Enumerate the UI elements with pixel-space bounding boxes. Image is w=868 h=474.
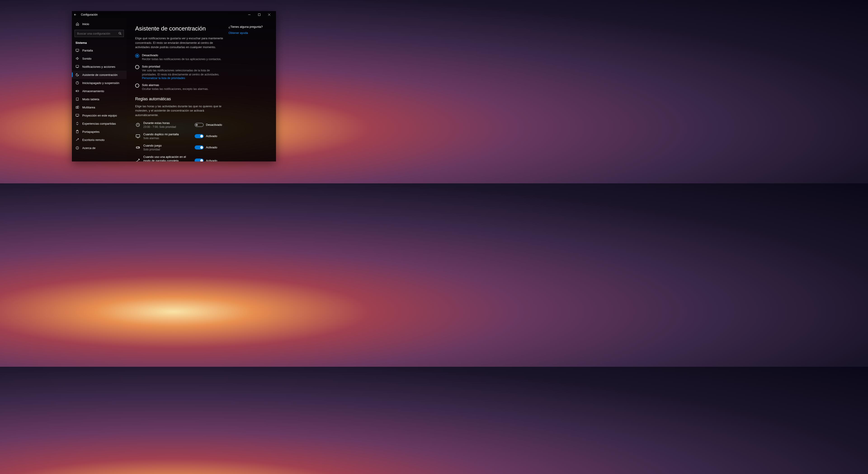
radio-icon — [135, 83, 139, 88]
sidebar-item-label: Portapapeles — [82, 130, 100, 133]
svg-rect-17 — [76, 114, 79, 116]
search-input[interactable] — [74, 30, 124, 37]
titlebar: Configuración — [72, 11, 276, 18]
sidebar-item-pantalla[interactable]: Pantalla — [72, 46, 127, 55]
shared-icon — [75, 122, 79, 125]
sidebar-item-label: Acerca de — [82, 146, 96, 150]
app-title: Configuración — [81, 13, 98, 16]
sidebar-item-multitarea[interactable]: Multitarea — [72, 103, 127, 111]
svg-line-5 — [121, 34, 121, 35]
sidebar-item-acerca[interactable]: Acerca de — [72, 144, 127, 152]
toggle-state: Activado — [206, 146, 217, 149]
main-content: Asistente de concentración Elige qué not… — [135, 25, 224, 157]
sidebar-item-portapapeles[interactable]: Portapapeles — [72, 128, 127, 136]
sidebar-item-label: Escritorio remoto — [82, 138, 104, 142]
search-icon — [119, 32, 122, 35]
aside: ¿Tienes alguna pregunta? Obtener ayuda — [228, 25, 269, 157]
rule-hours[interactable]: Durante estas horas 23:00 - 7:00; Solo p… — [135, 121, 224, 129]
sidebar-home[interactable]: Inicio — [72, 21, 127, 28]
sidebar-item-label: Inicio/apagado y suspensión — [82, 81, 119, 85]
radio-sub: Recibir todas las notificaciones de tus … — [142, 57, 221, 61]
sidebar-category: Sistema — [72, 39, 127, 46]
sidebar-item-sonido[interactable]: Sonido — [72, 55, 127, 63]
rule-label: Cuando duplico mi pantalla — [143, 133, 192, 136]
radio-sub: Ocultar todas las notificaciones, except… — [142, 87, 209, 91]
projection-icon — [75, 113, 79, 117]
toggle-state: Desactivado — [206, 123, 222, 127]
clock-icon — [135, 123, 141, 127]
display-icon — [135, 134, 141, 138]
toggle-state: Activado — [206, 159, 217, 162]
rule-sub: 23:00 - 7:00; Solo prioridad — [143, 125, 192, 129]
multitask-icon — [75, 105, 79, 109]
page-description: Elige qué notificaciones te gustaría ver… — [135, 36, 224, 49]
rule-toggle[interactable] — [195, 123, 204, 127]
sidebar-item-label: Asistente de concentración — [82, 73, 118, 76]
sidebar-item-label: Notificaciones y acciones — [82, 65, 115, 68]
sidebar: Inicio Sistema Pantalla Sonido — [72, 18, 127, 162]
svg-rect-15 — [76, 107, 77, 108]
sidebar-item-escritorio-remoto[interactable]: Escritorio remoto — [72, 136, 127, 144]
clipboard-icon — [75, 130, 79, 133]
sidebar-item-notificaciones[interactable]: Notificaciones y acciones — [72, 63, 127, 71]
rules-heading: Reglas automáticas — [135, 97, 224, 101]
radio-label: Desactivado — [142, 54, 221, 57]
sidebar-home-label: Inicio — [82, 22, 89, 26]
radio-icon — [135, 54, 139, 58]
svg-rect-6 — [76, 49, 79, 51]
sidebar-item-almacenamiento[interactable]: Almacenamiento — [72, 87, 127, 95]
rule-duplicate-display[interactable]: Cuando duplico mi pantalla Solo alarmas … — [135, 133, 224, 140]
sidebar-item-label: Multitarea — [82, 106, 95, 109]
notifications-icon — [75, 65, 79, 68]
svg-rect-16 — [78, 106, 79, 108]
rule-toggle[interactable] — [195, 145, 204, 149]
close-button[interactable] — [264, 11, 274, 18]
help-link[interactable]: Obtener ayuda — [228, 31, 269, 35]
rule-toggle[interactable] — [195, 159, 204, 162]
svg-point-4 — [119, 32, 121, 34]
svg-rect-1 — [258, 14, 260, 16]
svg-rect-24 — [136, 135, 140, 137]
focus-assist-icon — [75, 73, 79, 76]
radio-label: Solo prioridad — [142, 65, 224, 68]
sidebar-item-label: Pantalla — [82, 49, 93, 52]
radio-desactivado[interactable]: Desactivado Recibir todas las notificaci… — [135, 54, 224, 61]
page-title: Asistente de concentración — [135, 25, 224, 32]
rule-gaming[interactable]: Cuando juego Solo prioridad Activado — [135, 144, 224, 151]
sidebar-item-label: Proyección en este equipo — [82, 114, 117, 117]
maximize-button[interactable] — [254, 11, 264, 18]
radio-label: Solo alarmas — [142, 83, 209, 87]
rule-sub: Solo prioridad — [143, 148, 192, 151]
remote-icon — [75, 138, 79, 142]
fullscreen-icon — [135, 158, 141, 162]
sidebar-item-label: Experiencias compartidas — [82, 122, 116, 125]
sidebar-item-tableta[interactable]: Modo tableta — [72, 95, 127, 103]
aside-question: ¿Tienes alguna pregunta? — [228, 25, 269, 29]
sidebar-item-experiencias[interactable]: Experiencias compartidas — [72, 120, 127, 128]
sidebar-item-proyeccion[interactable]: Proyección en este equipo — [72, 111, 127, 120]
sidebar-item-asistente[interactable]: Asistente de concentración — [72, 71, 127, 79]
tablet-icon — [75, 97, 79, 101]
sidebar-item-inicio-apagado[interactable]: Inicio/apagado y suspensión — [72, 79, 127, 87]
rule-toggle[interactable] — [195, 134, 204, 138]
svg-point-22 — [77, 147, 78, 147]
sidebar-item-label: Almacenamiento — [82, 90, 104, 93]
radio-solo-prioridad[interactable]: Solo prioridad Ver solo las notificacion… — [135, 65, 224, 80]
display-icon — [75, 48, 79, 52]
rule-fullscreen[interactable]: Cuando uso una aplicación en el modo de … — [135, 155, 224, 162]
svg-point-30 — [139, 147, 139, 148]
storage-icon — [75, 89, 79, 93]
radio-icon — [135, 65, 139, 69]
svg-rect-8 — [76, 65, 79, 67]
priority-list-link[interactable]: Personalizar la lista de prioridades — [142, 76, 224, 80]
back-button[interactable] — [74, 13, 79, 16]
toggle-state: Activado — [206, 134, 217, 138]
radio-solo-alarmas[interactable]: Solo alarmas Ocultar todas las notificac… — [135, 83, 224, 91]
home-icon — [75, 22, 79, 26]
rule-label: Cuando juego — [143, 144, 192, 148]
rule-label: Cuando uso una aplicación en el modo de … — [143, 155, 192, 162]
power-icon — [75, 81, 79, 85]
sidebar-item-label: Sonido — [82, 57, 91, 60]
minimize-button[interactable] — [244, 11, 254, 18]
rules-description: Elige las horas y las actividades durant… — [135, 104, 224, 117]
